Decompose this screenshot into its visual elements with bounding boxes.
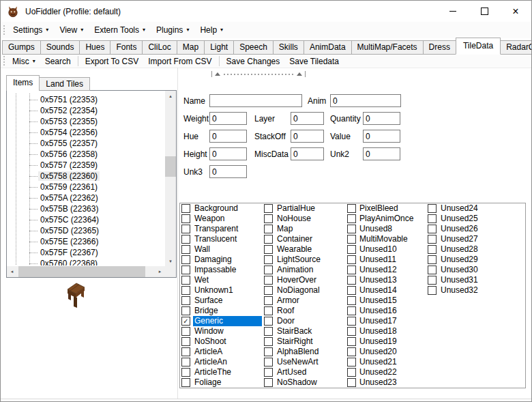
checkbox-weapon[interactable] xyxy=(181,214,190,223)
left-tab-land-tiles[interactable]: Land Tiles xyxy=(39,77,90,91)
tree-node[interactable]: 0x5755 (22357) xyxy=(7,138,164,149)
checkbox-wearable[interactable] xyxy=(264,245,273,254)
unk2-field[interactable] xyxy=(363,147,400,160)
checkbox-unused26[interactable] xyxy=(428,225,437,233)
flag-label-unused12[interactable]: Unused12 xyxy=(358,265,398,275)
flag-label-door[interactable]: Door xyxy=(276,316,296,326)
checkbox-background[interactable] xyxy=(181,204,190,213)
tree-node[interactable]: 0x5759 (22361) xyxy=(7,182,164,192)
checkbox-partialhue[interactable] xyxy=(264,204,273,213)
checkbox-unused14[interactable] xyxy=(347,286,356,295)
flag-label-armor[interactable]: Armor xyxy=(276,296,301,306)
flag-label-unused13[interactable]: Unused13 xyxy=(358,275,398,285)
tab-light[interactable]: Light xyxy=(204,40,234,55)
tree-node[interactable]: 0x575C (22364) xyxy=(7,214,164,225)
flag-label-unused25[interactable]: Unused25 xyxy=(439,214,479,224)
flag-label-unused22[interactable]: Unused22 xyxy=(358,367,398,377)
flag-label-unused10[interactable]: Unused10 xyxy=(358,244,398,255)
tab-cliloc[interactable]: CliLoc xyxy=(142,40,177,55)
checkbox-articlethe[interactable] xyxy=(181,368,190,377)
tab-dress[interactable]: Dress xyxy=(423,40,456,55)
checkbox-unused21[interactable] xyxy=(347,358,356,367)
flag-label-generic[interactable]: Generic xyxy=(193,316,262,326)
flag-label-weapon[interactable]: Weapon xyxy=(193,214,226,224)
flag-label-damaging[interactable]: Damaging xyxy=(193,255,233,265)
flag-label-unused27[interactable]: Unused27 xyxy=(439,234,479,244)
toolbar-save-tiledata-button[interactable]: Save Tiledata xyxy=(284,55,344,68)
flag-label-hoverover[interactable]: HoverOver xyxy=(276,275,318,285)
checkbox-alphablend[interactable] xyxy=(264,347,273,356)
tab-sounds[interactable]: Sounds xyxy=(40,40,80,55)
checkbox-unused11[interactable] xyxy=(347,255,356,264)
hue-field[interactable] xyxy=(209,130,247,143)
checkbox-door[interactable] xyxy=(264,317,273,326)
checkbox-transparent[interactable] xyxy=(181,225,190,233)
flag-label-wet[interactable]: Wet xyxy=(193,275,210,285)
tab-multimap-facets[interactable]: MultiMap/Facets xyxy=(351,40,424,55)
flag-label-unused21[interactable]: Unused21 xyxy=(358,357,398,367)
flag-label-alphablend[interactable]: AlphaBlend xyxy=(276,347,320,357)
miscdata-field[interactable] xyxy=(291,147,324,160)
flag-label-nohouse[interactable]: NoHouse xyxy=(276,214,312,224)
checkbox-unused17[interactable] xyxy=(347,317,356,326)
toolbar-misc-button[interactable]: Misc▾ xyxy=(8,55,40,68)
toolbar-save-changes-button[interactable]: Save Changes xyxy=(222,55,285,68)
flag-label-stairright[interactable]: StairRight xyxy=(276,336,314,347)
flag-label-container[interactable]: Container xyxy=(276,234,314,244)
flag-label-surface[interactable]: Surface xyxy=(193,296,224,306)
checkbox-nodiagonal[interactable] xyxy=(264,286,273,295)
menubar-grip-handle[interactable] xyxy=(3,25,5,35)
checkbox-impassable[interactable] xyxy=(181,265,190,274)
tree-vertical-scrollbar[interactable]: ▴ ▾ xyxy=(165,91,176,266)
checkbox-armor[interactable] xyxy=(264,296,273,305)
tree-node[interactable]: 0x5754 (22356) xyxy=(7,127,164,138)
flag-label-articlea[interactable]: ArticleA xyxy=(193,347,224,357)
flag-label-nodiagonal[interactable]: NoDiagonal xyxy=(276,285,321,296)
checkbox-nohouse[interactable] xyxy=(264,214,273,223)
checkbox-multimovable[interactable] xyxy=(347,235,356,244)
tree-node[interactable]: 0x575F (22367) xyxy=(7,247,164,258)
checkbox-lightsource[interactable] xyxy=(264,255,273,264)
checkbox-usenewart[interactable] xyxy=(264,358,273,367)
left-tab-items[interactable]: Items xyxy=(6,75,40,91)
toolbar-import-from-csv-button[interactable]: Import From CSV xyxy=(143,55,216,68)
scroll-down-icon[interactable]: ▾ xyxy=(165,256,176,266)
checkbox-unused19[interactable] xyxy=(347,337,356,346)
checkbox-unused28[interactable] xyxy=(428,245,437,254)
tab-animdata[interactable]: AnimData xyxy=(304,40,352,55)
checkbox-noshoot[interactable] xyxy=(181,337,190,346)
flag-label-unused15[interactable]: Unused15 xyxy=(358,296,398,306)
flag-label-unused18[interactable]: Unused18 xyxy=(358,326,398,336)
flag-label-unused28[interactable]: Unused28 xyxy=(439,244,479,255)
maximize-button[interactable] xyxy=(469,1,500,22)
scroll-right-icon[interactable]: ▸ xyxy=(155,266,165,277)
checkbox-map[interactable] xyxy=(264,225,273,233)
tab-radarcolor[interactable]: RadarColor xyxy=(500,40,532,55)
height-field[interactable] xyxy=(209,147,247,160)
tree-node[interactable]: 0x5752 (22354) xyxy=(7,105,164,116)
tree-node[interactable]: 0x575B (22363) xyxy=(7,203,164,214)
tab-speech[interactable]: Speech xyxy=(233,40,274,55)
checkbox-articlean[interactable] xyxy=(181,358,190,367)
tab-fonts[interactable]: Fonts xyxy=(110,40,143,55)
checkbox-unused24[interactable] xyxy=(428,204,437,213)
menu-extern-tools[interactable]: Extern Tools▾ xyxy=(89,23,151,38)
menu-settings[interactable]: Settings▾ xyxy=(8,23,54,38)
tree-node[interactable]: 0x575D (22365) xyxy=(7,225,164,236)
flag-label-unused23[interactable]: Unused23 xyxy=(358,377,398,388)
flag-label-wearable[interactable]: Wearable xyxy=(276,244,313,255)
flag-label-unknown1[interactable]: Unknown1 xyxy=(193,285,235,296)
flag-label-unused14[interactable]: Unused14 xyxy=(358,285,398,296)
tree-horizontal-scrollbar[interactable]: ◂ ▸ xyxy=(7,266,165,277)
checkbox-unused29[interactable] xyxy=(428,255,437,264)
flag-label-noshoot[interactable]: NoShoot xyxy=(193,336,228,347)
toolbar-grip-handle[interactable] xyxy=(3,56,5,66)
flag-label-unused20[interactable]: Unused20 xyxy=(358,347,398,357)
tab-skills[interactable]: Skills xyxy=(273,40,304,55)
tree-node[interactable]: 0x575E (22366) xyxy=(7,236,164,247)
checkbox-unused12[interactable] xyxy=(347,265,356,274)
flag-label-artused[interactable]: ArtUsed xyxy=(276,367,308,377)
flag-label-impassable[interactable]: Impassable xyxy=(193,265,237,275)
checkbox-animation[interactable] xyxy=(264,265,273,274)
flag-label-background[interactable]: Background xyxy=(193,203,239,214)
